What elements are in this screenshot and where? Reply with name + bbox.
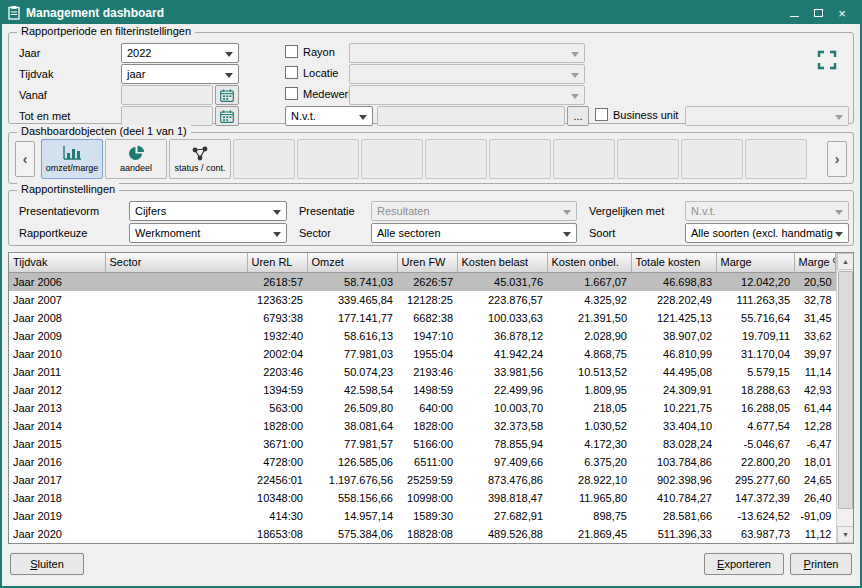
table-cell: 26,40: [794, 489, 836, 507]
table-row[interactable]: Jaar 20102002:0477.981,031955:0441.942,2…: [9, 345, 836, 363]
soort-select[interactable]: Alle soorten (excl. handmatig: [685, 223, 849, 243]
exporteren-button[interactable]: Exporteren: [704, 553, 784, 575]
close-button[interactable]: ×: [830, 3, 854, 23]
column-header[interactable]: Uren RL: [247, 253, 307, 272]
table-cell: 4.325,92: [547, 291, 631, 309]
table-cell: 339.465,84: [307, 291, 397, 309]
locatie-select[interactable]: [349, 64, 585, 84]
table-cell: 31.170,04: [716, 345, 794, 363]
table-cell: 18,01: [794, 453, 836, 471]
results-table: TijdvakSectorUren RLOmzetUren FWKosten b…: [9, 253, 836, 543]
dashboard-slot-empty: [553, 139, 615, 179]
scroll-up-icon[interactable]: ▲: [837, 253, 854, 270]
table-cell: 410.784,27: [631, 489, 716, 507]
presentatievorm-value: Cijfers: [135, 205, 166, 217]
table-cell: 11.965,80: [547, 489, 631, 507]
table-row[interactable]: Jaar 2019414:3014.957,141589:3027.682,91…: [9, 507, 836, 525]
table-cell: 55.716,64: [716, 309, 794, 327]
dashboard-item-status-cont[interactable]: status / cont.: [169, 139, 231, 179]
table-cell: 21.869,45: [547, 525, 631, 543]
table-row[interactable]: Jaar 20121394:5942.598,541498:5922.499,9…: [9, 381, 836, 399]
jaar-select[interactable]: 2022: [121, 43, 239, 63]
maximize-button[interactable]: [806, 3, 830, 23]
dashboard-next-button[interactable]: ›: [827, 141, 847, 177]
rayon-checkbox[interactable]: [285, 45, 298, 58]
chevron-down-icon: [225, 52, 233, 57]
dashboard-item-aandeel[interactable]: aandeel: [105, 139, 167, 179]
rayon-select[interactable]: [349, 43, 585, 63]
column-header[interactable]: Kosten belast: [457, 253, 547, 272]
table-row[interactable]: Jaar 20164728:00126.585,066511:0097.409,…: [9, 453, 836, 471]
column-header[interactable]: Kosten onbel.: [547, 253, 631, 272]
table-cell: 39,97: [794, 345, 836, 363]
table-cell: 28.581,66: [631, 507, 716, 525]
minimize-button[interactable]: [782, 3, 806, 23]
table-row[interactable]: Jaar 202018653:08575.384,0618828:08489.5…: [9, 525, 836, 543]
medewerker-select[interactable]: [349, 85, 585, 105]
presentatievorm-label: Presentatievorm: [19, 205, 99, 218]
table-row[interactable]: Jaar 20086793:38177.141,776682:38100.033…: [9, 309, 836, 327]
sector-select[interactable]: Alle sectoren: [371, 223, 577, 243]
browse-button[interactable]: ...: [567, 106, 589, 126]
table-row[interactable]: Jaar 201722456:011.197.676,5625259:59873…: [9, 471, 836, 489]
scroll-down-icon[interactable]: ▼: [837, 526, 854, 543]
locatie-checkbox[interactable]: [285, 66, 298, 79]
column-header[interactable]: Marge %: [794, 253, 836, 272]
table-row[interactable]: Jaar 2013563:0026.509,80640:0010.003,702…: [9, 399, 836, 417]
business-unit-label: Business unit: [613, 109, 678, 121]
rapportkeuze-select[interactable]: Werkmoment: [129, 223, 287, 243]
column-header[interactable]: Marge: [716, 253, 794, 272]
vrij-veld-input[interactable]: [377, 106, 565, 126]
table-cell: Jaar 2012: [9, 381, 105, 399]
presentatievorm-select[interactable]: Cijfers: [129, 201, 287, 221]
table-cell: 18828:08: [397, 525, 457, 543]
table-cell: 4.868,75: [547, 345, 631, 363]
medewerker-checkbox[interactable]: [285, 87, 298, 100]
chevron-down-icon: [359, 115, 367, 120]
vanaf-input[interactable]: [121, 85, 213, 105]
table-row[interactable]: Jaar 20153671:0077.981,575166:0078.855,9…: [9, 435, 836, 453]
sluiten-button[interactable]: Sluiten: [10, 553, 84, 575]
table-row[interactable]: Jaar 201810348:00558.156,6610998:00398.8…: [9, 489, 836, 507]
expand-button[interactable]: [811, 45, 843, 75]
column-header[interactable]: Omzet: [307, 253, 397, 272]
scrollbar-thumb[interactable]: [838, 271, 853, 509]
table-row[interactable]: Jaar 20062618:5758.741,032626:5745.031,7…: [9, 272, 836, 291]
presentatie-select[interactable]: Resultaten: [371, 201, 577, 221]
table-cell: 2193:46: [397, 363, 457, 381]
column-header[interactable]: Uren FW: [397, 253, 457, 272]
vergelijken-met-select[interactable]: N.v.t.: [685, 201, 849, 221]
table-cell: 511.396,33: [631, 525, 716, 543]
column-header[interactable]: Tijdvak: [9, 253, 105, 272]
window-icon: [8, 6, 20, 20]
table-row[interactable]: Jaar 200712363:25339.465,8412128:25223.8…: [9, 291, 836, 309]
vergelijken-met-value: N.v.t.: [691, 205, 716, 217]
dashboard-item-omzet-marge[interactable]: omzet/marge: [41, 139, 103, 179]
tot-en-met-calendar-button[interactable]: [215, 106, 239, 126]
tijdvak-select[interactable]: jaar: [121, 64, 239, 84]
business-unit-checkbox[interactable]: [595, 108, 608, 121]
table-cell: 177.141,77: [307, 309, 397, 327]
column-header[interactable]: Sector: [105, 253, 247, 272]
dashboard-slot-empty: [297, 139, 359, 179]
bar-chart-icon: [62, 145, 82, 162]
tot-en-met-input[interactable]: [121, 106, 213, 126]
table-cell: 32,78: [794, 291, 836, 309]
table-row[interactable]: Jaar 20091932:4058.616,131947:1036.878,1…: [9, 327, 836, 345]
table-cell: 6793:38: [247, 309, 307, 327]
table-cell: 42,93: [794, 381, 836, 399]
filter-group: Rapportperiode en filterinstellingen Jaa…: [8, 32, 854, 124]
table-row[interactable]: Jaar 20141828:0038.081,641828:0032.373,5…: [9, 417, 836, 435]
table-cell: 12,28: [794, 417, 836, 435]
business-unit-select[interactable]: [685, 106, 849, 126]
table-cell: Jaar 2019: [9, 507, 105, 525]
nvt-select[interactable]: N.v.t.: [285, 106, 373, 126]
column-header[interactable]: Totale kosten: [631, 253, 716, 272]
table-cell: 31,45: [794, 309, 836, 327]
dashboard-group: Dashboardobjecten (deel 1 van 1) ‹ omzet…: [8, 132, 854, 184]
vanaf-calendar-button[interactable]: [215, 85, 239, 105]
printen-button[interactable]: Printen: [790, 553, 852, 575]
table-row[interactable]: Jaar 20112203:4650.074,232193:4633.981,5…: [9, 363, 836, 381]
table-cell: 1.197.676,56: [307, 471, 397, 489]
vertical-scrollbar[interactable]: ▲ ▼: [836, 253, 853, 543]
